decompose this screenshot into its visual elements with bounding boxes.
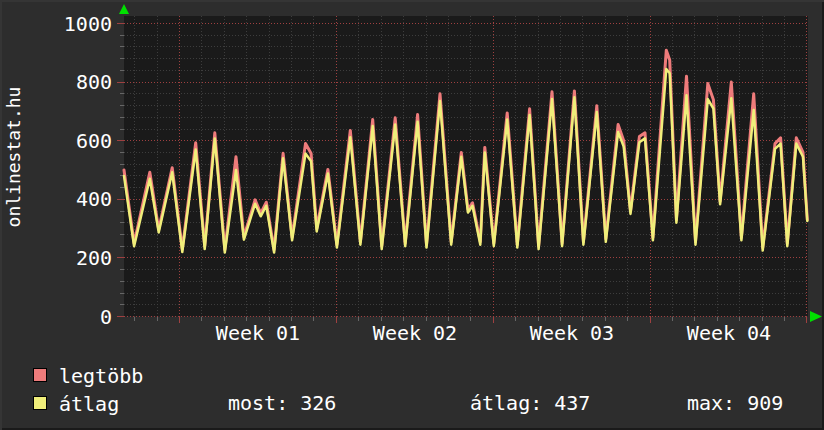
x-tick-label: Week 04 (649, 320, 809, 346)
y-tick-label: 0 (28, 304, 112, 330)
y-tick-label: 400 (28, 186, 112, 212)
y-tick-label: 200 (28, 245, 112, 271)
y-tick-label: 800 (28, 69, 112, 95)
legend-label: legtöbb (59, 363, 143, 389)
legend-swatch-icon (33, 368, 47, 382)
legend-swatch-icon (33, 396, 47, 410)
x-tick-label: Week 01 (178, 320, 338, 346)
x-tick-label: Week 02 (335, 320, 495, 346)
stat-most: most: 326 (228, 390, 336, 416)
y-tick-label: 1000 (28, 11, 112, 37)
x-axis-arrow-icon (810, 311, 822, 322)
y-tick-label: 600 (28, 128, 112, 154)
stat-átlag: átlag: 437 (470, 390, 590, 416)
x-tick-label: Week 03 (492, 320, 652, 346)
plot-area (124, 16, 808, 317)
stat-max: max: 909 (687, 390, 783, 416)
rrd-graph: onlinestat.hu 02004006008001000 Week 01W… (0, 0, 824, 430)
legend-label: átlag (59, 391, 119, 417)
y-axis-arrow-icon (119, 4, 129, 14)
